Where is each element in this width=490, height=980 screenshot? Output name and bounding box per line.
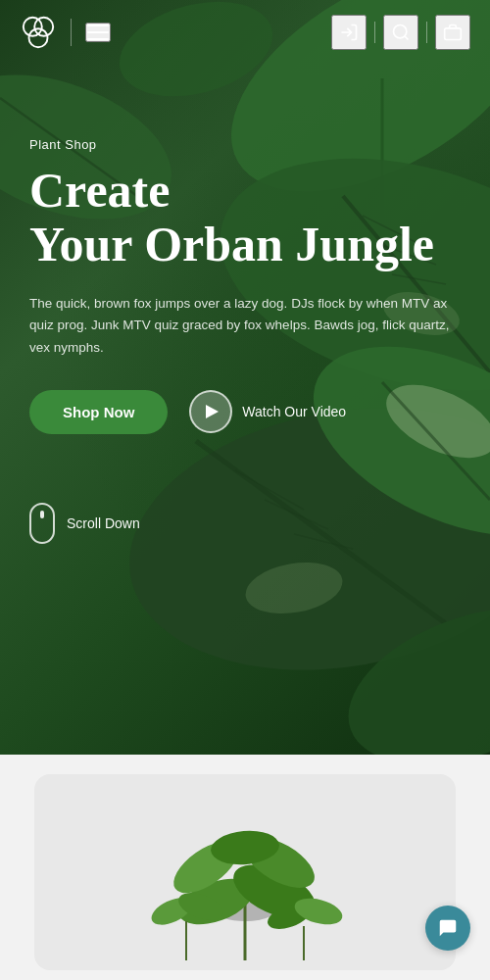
hamburger-line-2 [87, 31, 109, 33]
shop-now-button[interactable]: Shop Now [29, 390, 168, 434]
nav-right-icons [331, 15, 470, 50]
play-icon [206, 405, 219, 418]
scroll-wheel [40, 511, 44, 518]
navbar [0, 0, 490, 64]
hamburger-line-3 [87, 38, 109, 40]
nav-divider-right-2 [426, 22, 427, 43]
svg-point-22 [34, 17, 53, 35]
product-card-preview[interactable] [34, 774, 456, 970]
scroll-hint: Scroll Down [29, 503, 461, 544]
scroll-label: Scroll Down [67, 515, 140, 531]
hero-content: Plant Shop Create Your Orban Jungle The … [29, 137, 461, 544]
play-circle [189, 390, 232, 433]
logo[interactable] [20, 14, 57, 51]
svg-point-25 [394, 24, 407, 37]
hero-actions: Shop Now Watch Our Video [29, 390, 461, 434]
hero-title-line1: Create [29, 163, 170, 218]
hero-title-line2: Your Orban Jungle [29, 217, 434, 271]
product-plant-svg [98, 794, 392, 970]
svg-point-21 [24, 17, 42, 35]
search-button[interactable] [383, 15, 418, 50]
hamburger-menu-button[interactable] [85, 23, 111, 42]
cart-button[interactable] [435, 15, 470, 50]
hero-title: Create Your Orban Jungle [29, 164, 461, 271]
login-button[interactable] [331, 15, 367, 50]
svg-rect-27 [445, 27, 462, 39]
chat-icon [437, 917, 459, 939]
scroll-mouse-icon [29, 503, 55, 544]
below-hero-section [0, 755, 490, 980]
svg-point-23 [29, 28, 48, 47]
hero-subtitle: Plant Shop [29, 137, 461, 152]
chat-button[interactable] [425, 906, 470, 951]
hero-section: Plant Shop Create Your Orban Jungle The … [0, 0, 490, 755]
hamburger-line-1 [87, 24, 109, 26]
hero-description: The quick, brown fox jumps over a lazy d… [29, 293, 451, 359]
nav-divider-left [71, 19, 72, 46]
nav-divider-right [374, 22, 375, 43]
svg-line-26 [405, 35, 409, 39]
watch-video-button[interactable]: Watch Our Video [189, 390, 346, 433]
logo-icon [20, 14, 57, 51]
video-label: Watch Our Video [242, 404, 346, 419]
